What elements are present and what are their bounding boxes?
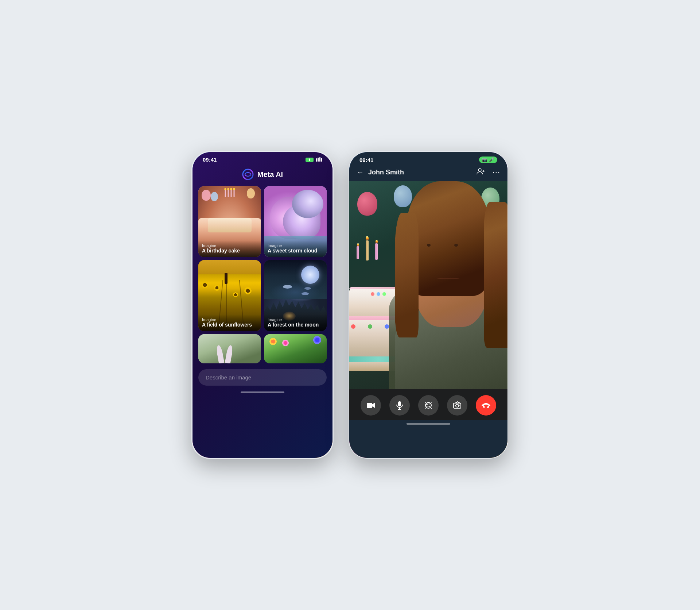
- svg-point-4: [243, 169, 253, 179]
- mic-status-icon: [316, 157, 322, 163]
- call-header-actions: ···: [477, 167, 500, 177]
- tile-birthday-cake[interactable]: Imagine A birthday cake: [198, 186, 261, 257]
- home-indicator-left[interactable]: [241, 391, 284, 393]
- tile-cloud-imagine: Imagine: [268, 243, 323, 248]
- svg-rect-2: [319, 157, 320, 162]
- end-call-button[interactable]: [476, 395, 496, 416]
- svg-point-14: [426, 404, 428, 405]
- partial-tile-bunny[interactable]: [198, 334, 261, 363]
- app-container: 09:41 ▮: [177, 136, 523, 474]
- cake-candles-decoration: [225, 190, 235, 197]
- input-area: Describe an image: [192, 363, 332, 389]
- tile-cake-imagine: Imagine: [202, 243, 257, 248]
- caller-name: John Smith: [368, 169, 472, 176]
- battery-indicator: ▮: [306, 158, 314, 162]
- video-background: [349, 181, 508, 389]
- tile-sunflower-label: Imagine A field of sunflowers: [198, 314, 261, 331]
- status-bar-right: 09:41 📷 🎤: [349, 152, 508, 165]
- meta-ai-title: Meta AI: [257, 170, 283, 179]
- person-on-call: [389, 181, 508, 389]
- phone-video-call: 09:41 📷 🎤 ← John Smith: [348, 151, 509, 459]
- svg-point-6: [478, 169, 481, 171]
- svg-rect-1: [318, 158, 319, 162]
- partial-image-row: [192, 331, 332, 363]
- tile-sunflower-imagine: Imagine: [202, 317, 257, 322]
- svg-rect-9: [367, 403, 372, 408]
- svg-point-5: [245, 173, 251, 176]
- camera-status-icon: 📷: [482, 157, 487, 162]
- meta-ai-header: Meta AI: [192, 164, 332, 186]
- phone-meta-ai: 09:41 ▮: [191, 151, 334, 459]
- time-left: 09:41: [203, 157, 217, 163]
- battery-icon-left: ▮: [306, 158, 314, 162]
- add-person-button[interactable]: [477, 168, 485, 177]
- svg-point-13: [425, 402, 431, 408]
- home-indicator-right[interactable]: [407, 423, 450, 425]
- video-toggle-button[interactable]: [361, 395, 381, 416]
- svg-point-17: [456, 404, 459, 407]
- call-header: ← John Smith ···: [349, 165, 508, 181]
- tile-cloud-desc: A sweet storm cloud: [268, 248, 323, 254]
- tile-cloud-label: Imagine A sweet storm cloud: [264, 240, 327, 257]
- tile-moon-desc: A forest on the moon: [268, 322, 323, 328]
- tile-cake-label: Imagine A birthday cake: [198, 240, 261, 257]
- input-placeholder: Describe an image: [206, 374, 251, 381]
- back-button[interactable]: ←: [357, 168, 364, 177]
- tile-moon-label: Imagine A forest on the moon: [264, 314, 327, 331]
- effects-button[interactable]: [418, 395, 439, 416]
- svg-rect-0: [316, 158, 317, 162]
- status-bar-left: 09:41 ▮: [192, 152, 332, 164]
- meta-ai-logo-icon: [242, 169, 254, 180]
- tile-sunflowers[interactable]: Imagine A field of sunflowers: [198, 260, 261, 331]
- status-icons-right: 📷 🎤: [479, 157, 497, 163]
- svg-rect-10: [398, 401, 401, 406]
- more-options-button[interactable]: ···: [493, 167, 500, 177]
- tile-sunflower-desc: A field of sunflowers: [202, 322, 257, 328]
- call-controls: [349, 389, 508, 420]
- time-right: 09:41: [359, 157, 373, 163]
- svg-point-15: [428, 404, 429, 405]
- tile-cake-desc: A birthday cake: [202, 248, 257, 254]
- partial-tile-floral[interactable]: [264, 334, 327, 363]
- ai-image-grid: Imagine A birthday cake Imagine A sweet …: [192, 186, 332, 331]
- video-feed: [349, 181, 508, 389]
- status-icons-left: ▮: [306, 157, 322, 163]
- tile-moon-imagine: Imagine: [268, 317, 323, 322]
- describe-image-input[interactable]: Describe an image: [198, 369, 327, 386]
- mic-status-label: 🎤: [489, 157, 494, 162]
- svg-rect-19: [487, 406, 489, 408]
- svg-rect-3: [321, 158, 322, 162]
- tile-sweet-storm-cloud[interactable]: Imagine A sweet storm cloud: [264, 186, 327, 257]
- moon-decoration: [301, 266, 319, 284]
- mic-toggle-button[interactable]: [389, 395, 410, 416]
- tile-moon-forest[interactable]: Imagine A forest on the moon: [264, 260, 327, 331]
- flip-camera-button[interactable]: [447, 395, 467, 416]
